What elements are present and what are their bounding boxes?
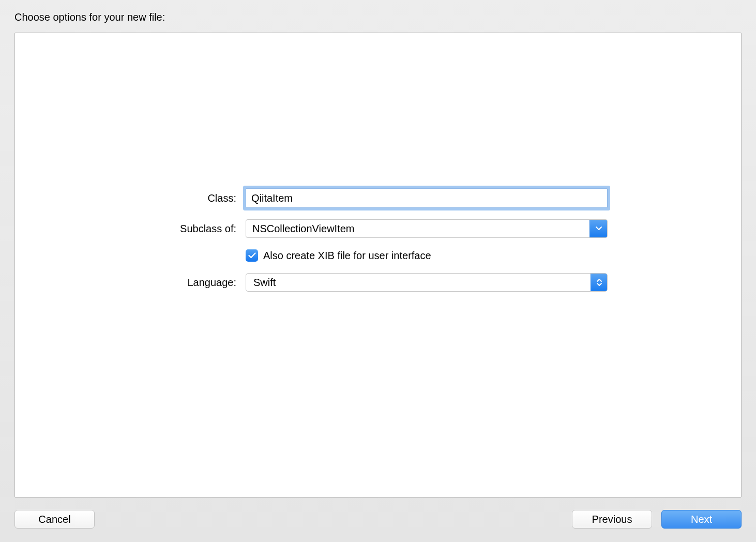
new-file-options-sheet: Choose options for your new file: Class:… [0,0,756,542]
footer-toolbar: Cancel Previous Next [14,510,742,529]
language-row: Language: Swift [15,273,741,292]
options-panel: Class: Subclass of: NSCollectionViewItem [14,33,742,498]
footer-right-group: Previous Next [572,510,742,529]
xib-checkbox-label: Also create XIB file for user interface [263,250,431,262]
class-row: Class: [15,188,741,208]
class-field-wrap [246,188,608,208]
xib-checkbox[interactable] [246,249,258,262]
subclass-label: Subclass of: [148,223,236,235]
chevron-up-down-icon [596,278,602,287]
previous-button[interactable]: Previous [572,510,652,529]
subclass-field-wrap: NSCollectionViewItem [246,219,608,238]
chevron-down-icon [596,227,602,231]
options-form: Class: Subclass of: NSCollectionViewItem [15,188,741,292]
xib-row: Also create XIB file for user interface [15,249,741,262]
class-label: Class: [148,192,236,204]
subclass-dropdown-button[interactable] [589,220,607,237]
language-field-wrap: Swift [246,273,608,292]
subclass-combobox[interactable]: NSCollectionViewItem [246,219,608,238]
cancel-button[interactable]: Cancel [14,510,95,529]
sheet-title: Choose options for your new file: [14,11,742,23]
language-label: Language: [148,277,236,289]
subclass-value: NSCollectionViewItem [246,220,589,237]
class-input[interactable] [246,188,608,208]
language-value: Swift [246,274,591,291]
language-popup[interactable]: Swift [246,273,608,292]
next-button[interactable]: Next [661,510,742,529]
subclass-row: Subclass of: NSCollectionViewItem [15,219,741,238]
language-popup-button[interactable] [591,274,607,291]
checkmark-icon [248,252,256,259]
